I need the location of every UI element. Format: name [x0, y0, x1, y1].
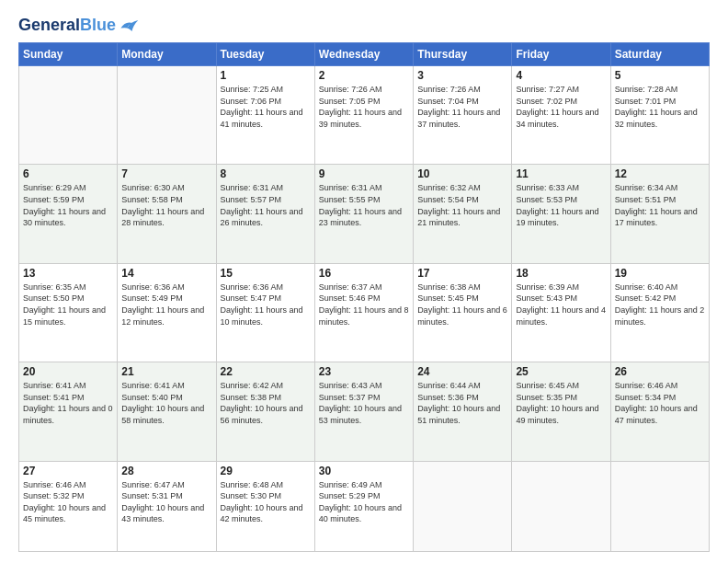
- day-info: Sunrise: 7:27 AMSunset: 7:02 PMDaylight:…: [516, 84, 606, 130]
- day-info: Sunrise: 6:29 AMSunset: 5:59 PMDaylight:…: [23, 182, 113, 228]
- day-info: Sunrise: 6:30 AMSunset: 5:58 PMDaylight:…: [121, 182, 211, 228]
- calendar-cell: 20Sunrise: 6:41 AMSunset: 5:41 PMDayligh…: [19, 362, 118, 461]
- day-number: 10: [417, 167, 507, 180]
- day-number: 8: [221, 167, 311, 180]
- calendar-header-row: SundayMondayTuesdayWednesdayThursdayFrid…: [19, 43, 710, 66]
- day-number: 26: [615, 365, 705, 378]
- calendar-cell: 10Sunrise: 6:32 AMSunset: 5:54 PMDayligh…: [414, 165, 512, 263]
- calendar-cell: 30Sunrise: 6:49 AMSunset: 5:29 PMDayligh…: [314, 461, 413, 552]
- day-number: 4: [516, 69, 606, 82]
- day-info: Sunrise: 6:34 AMSunset: 5:51 PMDaylight:…: [615, 182, 705, 228]
- day-header-friday: Friday: [512, 43, 610, 66]
- calendar-cell: 4Sunrise: 7:27 AMSunset: 7:02 PMDaylight…: [512, 66, 610, 165]
- day-number: 23: [319, 365, 409, 378]
- day-info: Sunrise: 6:31 AMSunset: 5:57 PMDaylight:…: [221, 182, 311, 228]
- day-info: Sunrise: 6:36 AMSunset: 5:49 PMDaylight:…: [121, 282, 211, 327]
- calendar-cell: 7Sunrise: 6:30 AMSunset: 5:58 PMDaylight…: [118, 165, 216, 263]
- calendar-cell: 25Sunrise: 6:45 AMSunset: 5:35 PMDayligh…: [512, 362, 610, 461]
- day-info: Sunrise: 6:37 AMSunset: 5:46 PMDaylight:…: [319, 282, 409, 327]
- logo: GeneralBlue: [18, 17, 140, 35]
- calendar-cell: 29Sunrise: 6:48 AMSunset: 5:30 PMDayligh…: [216, 461, 314, 552]
- day-info: Sunrise: 7:25 AMSunset: 7:06 PMDaylight:…: [221, 84, 311, 130]
- day-header-sunday: Sunday: [19, 43, 118, 66]
- day-number: 18: [516, 267, 606, 280]
- day-header-saturday: Saturday: [610, 43, 709, 66]
- header: GeneralBlue: [18, 17, 710, 35]
- calendar-cell: 12Sunrise: 6:34 AMSunset: 5:51 PMDayligh…: [610, 165, 709, 263]
- calendar-cell: 1Sunrise: 7:25 AMSunset: 7:06 PMDaylight…: [216, 66, 314, 165]
- calendar-cell: 23Sunrise: 6:43 AMSunset: 5:37 PMDayligh…: [314, 362, 413, 461]
- day-number: 21: [121, 365, 211, 378]
- day-info: Sunrise: 6:39 AMSunset: 5:43 PMDaylight:…: [516, 282, 606, 327]
- logo-bird-icon: [118, 17, 140, 35]
- calendar-cell: 26Sunrise: 6:46 AMSunset: 5:34 PMDayligh…: [610, 362, 709, 461]
- calendar-week-row: 13Sunrise: 6:35 AMSunset: 5:50 PMDayligh…: [19, 263, 710, 362]
- calendar-cell: [118, 66, 216, 165]
- day-info: Sunrise: 6:47 AMSunset: 5:31 PMDaylight:…: [121, 479, 211, 525]
- day-info: Sunrise: 7:26 AMSunset: 7:04 PMDaylight:…: [417, 84, 507, 130]
- day-info: Sunrise: 6:32 AMSunset: 5:54 PMDaylight:…: [417, 182, 507, 228]
- calendar-week-row: 6Sunrise: 6:29 AMSunset: 5:59 PMDaylight…: [19, 165, 710, 263]
- calendar-cell: [512, 461, 610, 552]
- day-number: 29: [221, 465, 311, 477]
- calendar-cell: 14Sunrise: 6:36 AMSunset: 5:49 PMDayligh…: [118, 263, 216, 362]
- day-number: 20: [23, 365, 113, 378]
- day-number: 15: [221, 267, 311, 280]
- day-number: 12: [615, 167, 705, 180]
- calendar-cell: 19Sunrise: 6:40 AMSunset: 5:42 PMDayligh…: [610, 263, 709, 362]
- calendar-cell: 5Sunrise: 7:28 AMSunset: 7:01 PMDaylight…: [610, 66, 709, 165]
- day-header-tuesday: Tuesday: [216, 43, 314, 66]
- calendar-cell: 8Sunrise: 6:31 AMSunset: 5:57 PMDaylight…: [216, 165, 314, 263]
- day-info: Sunrise: 6:45 AMSunset: 5:35 PMDaylight:…: [516, 380, 606, 426]
- day-info: Sunrise: 6:33 AMSunset: 5:53 PMDaylight:…: [516, 182, 606, 228]
- page: GeneralBlue SundayMondayTuesdayWednesday…: [0, 0, 728, 563]
- calendar-cell: [19, 66, 118, 165]
- calendar-week-row: 27Sunrise: 6:46 AMSunset: 5:32 PMDayligh…: [19, 461, 710, 552]
- calendar-cell: 15Sunrise: 6:36 AMSunset: 5:47 PMDayligh…: [216, 263, 314, 362]
- day-header-wednesday: Wednesday: [314, 43, 413, 66]
- day-info: Sunrise: 6:41 AMSunset: 5:40 PMDaylight:…: [121, 380, 211, 426]
- day-number: 17: [417, 267, 507, 280]
- day-header-monday: Monday: [118, 43, 216, 66]
- day-number: 16: [319, 267, 409, 280]
- calendar-cell: 27Sunrise: 6:46 AMSunset: 5:32 PMDayligh…: [19, 461, 118, 552]
- day-info: Sunrise: 6:42 AMSunset: 5:38 PMDaylight:…: [221, 380, 311, 426]
- calendar-cell: 3Sunrise: 7:26 AMSunset: 7:04 PMDaylight…: [414, 66, 512, 165]
- calendar-cell: 21Sunrise: 6:41 AMSunset: 5:40 PMDayligh…: [118, 362, 216, 461]
- day-number: 19: [615, 267, 705, 280]
- logo-text: GeneralBlue: [18, 17, 116, 35]
- day-number: 2: [319, 69, 409, 82]
- day-number: 11: [516, 167, 606, 180]
- day-info: Sunrise: 6:41 AMSunset: 5:41 PMDaylight:…: [23, 380, 113, 426]
- day-number: 25: [516, 365, 606, 378]
- calendar-cell: 24Sunrise: 6:44 AMSunset: 5:36 PMDayligh…: [414, 362, 512, 461]
- calendar-cell: 2Sunrise: 7:26 AMSunset: 7:05 PMDaylight…: [314, 66, 413, 165]
- day-info: Sunrise: 7:28 AMSunset: 7:01 PMDaylight:…: [615, 84, 705, 130]
- day-number: 7: [121, 167, 211, 180]
- day-info: Sunrise: 6:43 AMSunset: 5:37 PMDaylight:…: [319, 380, 409, 426]
- day-info: Sunrise: 6:38 AMSunset: 5:45 PMDaylight:…: [417, 282, 507, 327]
- day-info: Sunrise: 6:49 AMSunset: 5:29 PMDaylight:…: [319, 479, 409, 525]
- day-info: Sunrise: 6:46 AMSunset: 5:34 PMDaylight:…: [615, 380, 705, 426]
- day-info: Sunrise: 6:31 AMSunset: 5:55 PMDaylight:…: [319, 182, 409, 228]
- day-info: Sunrise: 6:46 AMSunset: 5:32 PMDaylight:…: [23, 479, 113, 525]
- day-header-thursday: Thursday: [414, 43, 512, 66]
- calendar-cell: 22Sunrise: 6:42 AMSunset: 5:38 PMDayligh…: [216, 362, 314, 461]
- day-number: 24: [417, 365, 507, 378]
- day-number: 1: [221, 69, 311, 82]
- day-info: Sunrise: 6:40 AMSunset: 5:42 PMDaylight:…: [615, 282, 705, 327]
- day-info: Sunrise: 6:48 AMSunset: 5:30 PMDaylight:…: [221, 479, 311, 525]
- calendar-cell: 18Sunrise: 6:39 AMSunset: 5:43 PMDayligh…: [512, 263, 610, 362]
- day-number: 6: [23, 167, 113, 180]
- calendar-cell: 11Sunrise: 6:33 AMSunset: 5:53 PMDayligh…: [512, 165, 610, 263]
- calendar-cell: 13Sunrise: 6:35 AMSunset: 5:50 PMDayligh…: [19, 263, 118, 362]
- day-info: Sunrise: 6:35 AMSunset: 5:50 PMDaylight:…: [23, 282, 113, 327]
- day-number: 30: [319, 465, 409, 477]
- day-number: 9: [319, 167, 409, 180]
- calendar-cell: 9Sunrise: 6:31 AMSunset: 5:55 PMDaylight…: [314, 165, 413, 263]
- day-info: Sunrise: 6:36 AMSunset: 5:47 PMDaylight:…: [221, 282, 311, 327]
- day-number: 28: [121, 465, 211, 477]
- day-number: 3: [417, 69, 507, 82]
- day-info: Sunrise: 6:44 AMSunset: 5:36 PMDaylight:…: [417, 380, 507, 426]
- day-number: 27: [23, 465, 113, 477]
